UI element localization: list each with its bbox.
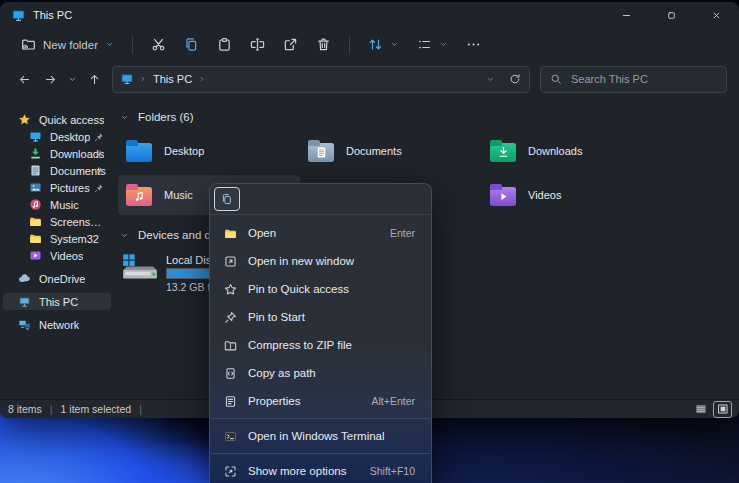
selection-count: 1 item selected <box>61 403 132 415</box>
menu-item-open-in-windows-terminal[interactable]: Open in Windows Terminal <box>214 422 427 450</box>
new-folder-icon <box>21 37 36 52</box>
toolbar-button-paste[interactable] <box>208 31 241 58</box>
minimize-button[interactable] <box>604 2 649 28</box>
address-dropdown-icon[interactable] <box>486 75 495 84</box>
delete-icon <box>316 37 331 52</box>
sidebar-item-onedrive[interactable]: OneDrive <box>3 270 111 287</box>
sidebar-item-music[interactable]: Music <box>3 196 111 213</box>
terminal-icon <box>222 430 238 443</box>
sidebar-item-desktop[interactable]: Desktop <box>3 128 111 145</box>
context-menu-quick-actions <box>210 184 431 215</box>
chevron-down-icon <box>390 40 399 49</box>
folder-icon <box>490 187 516 206</box>
menu-item-open-in-new-window[interactable]: Open in new window <box>214 247 427 275</box>
folder-tile-videos[interactable]: Videos <box>482 175 664 215</box>
toolbar-button-more[interactable] <box>457 31 490 58</box>
sidebar-item-this-pc[interactable]: This PC <box>3 293 111 310</box>
search-input[interactable] <box>569 72 717 86</box>
folder-tile-desktop[interactable]: Desktop <box>118 131 300 171</box>
menu-item-pin-to-quick-access[interactable]: Pin to Quick access <box>214 275 427 303</box>
sidebar-item-system32[interactable]: System32 <box>3 230 111 247</box>
details-view-button[interactable] <box>692 402 709 417</box>
close-button[interactable] <box>694 2 739 28</box>
forward-button[interactable] <box>38 67 62 91</box>
folder-yellow-icon <box>29 215 42 228</box>
search-icon <box>550 73 562 85</box>
sidebar-item-documents[interactable]: Documents <box>3 162 111 179</box>
hard-drive-icon <box>121 253 159 281</box>
copy-path-icon <box>222 367 238 380</box>
recent-locations-button[interactable] <box>64 67 80 91</box>
folders-header-label: Folders (6) <box>138 111 194 123</box>
paste-icon <box>217 37 232 52</box>
separator <box>349 36 350 54</box>
address-bar[interactable]: This PC <box>112 66 530 93</box>
toolbar-button-rename[interactable] <box>241 31 274 58</box>
folder-icon <box>126 187 152 206</box>
chevron-right-icon <box>198 75 206 83</box>
this-pc-icon <box>121 73 133 85</box>
menu-item-properties[interactable]: Properties Alt+Enter <box>214 387 427 415</box>
navigation-bar: This PC <box>0 61 739 97</box>
toolbar-button-cut[interactable] <box>142 31 175 58</box>
chevron-down-icon <box>439 40 448 49</box>
folder-yellow-icon <box>222 227 238 240</box>
command-bar: New folder <box>0 28 739 61</box>
menu-item-open[interactable]: Open Enter <box>214 219 427 247</box>
menu-item-pin-to-start[interactable]: Pin to Start <box>214 303 427 331</box>
properties-icon <box>222 395 238 408</box>
sidebar-item-quick-access[interactable]: Quick access <box>3 111 111 128</box>
separator <box>132 36 133 54</box>
cut-icon <box>151 37 166 52</box>
doc-lines-icon <box>308 143 334 162</box>
sidebar-item-screenshots[interactable]: Screenshots <box>3 213 111 230</box>
refresh-icon[interactable] <box>509 73 521 85</box>
folder-tile-downloads[interactable]: Downloads <box>482 131 664 171</box>
breadcrumb[interactable]: This PC <box>153 73 192 85</box>
menu-item-compress-to-zip-file[interactable]: Compress to ZIP file <box>214 331 427 359</box>
videos-purple-icon <box>29 249 42 262</box>
pc-monitor-icon <box>18 295 31 308</box>
folder-tile-documents[interactable]: Documents <box>300 131 482 171</box>
menu-item-show-more-options[interactable]: Show more options Shift+F10 <box>214 457 427 483</box>
menu-item-copy-as-path[interactable]: Copy as path <box>214 359 427 387</box>
toolbar-button-view[interactable] <box>408 31 457 58</box>
toolbar-button-new-folder[interactable]: New folder <box>12 31 123 58</box>
title-bar: This PC <box>0 2 739 28</box>
copy-button[interactable] <box>214 187 240 211</box>
chevron-right-icon <box>139 75 147 83</box>
maximize-button[interactable] <box>649 2 694 28</box>
toolbar-button-copy[interactable] <box>175 31 208 58</box>
sidebar-item-network[interactable]: Network <box>3 316 111 333</box>
item-count: 8 items <box>8 403 42 415</box>
more-icon <box>466 37 481 52</box>
sidebar-item-videos[interactable]: Videos <box>3 247 111 264</box>
folder-icon <box>490 143 516 162</box>
music-note-icon <box>126 187 152 206</box>
sidebar-item-pictures[interactable]: Pictures <box>3 179 111 196</box>
navigation-pane: Quick access Desktop Downloads <box>0 97 114 400</box>
onedrive-cloud-icon <box>18 272 31 285</box>
toolbar-button-delete[interactable] <box>307 31 340 58</box>
toolbar-button-share[interactable] <box>274 31 307 58</box>
chevron-down-icon <box>120 113 129 122</box>
play-icon <box>490 187 516 206</box>
rename-icon <box>250 37 265 52</box>
pin-icon <box>94 149 104 159</box>
this-pc-icon <box>12 9 25 22</box>
toolbar-button-sort[interactable] <box>359 31 408 58</box>
open-new-window-icon <box>222 255 238 268</box>
star-gold-icon <box>18 113 31 126</box>
desktop-wallpaper: This PC New folder <box>0 0 739 483</box>
up-button[interactable] <box>82 67 106 91</box>
thumbnail-view-button[interactable] <box>714 402 731 417</box>
show-more-icon <box>222 465 238 478</box>
sidebar-item-downloads[interactable]: Downloads <box>3 145 111 162</box>
back-button[interactable] <box>12 67 36 91</box>
search-box[interactable] <box>540 66 727 93</box>
folders-section-header[interactable]: Folders (6) <box>118 109 737 125</box>
copy-icon <box>184 37 199 52</box>
folder-icon <box>308 143 334 162</box>
network-icon <box>18 318 31 331</box>
folder-icon <box>126 143 152 162</box>
